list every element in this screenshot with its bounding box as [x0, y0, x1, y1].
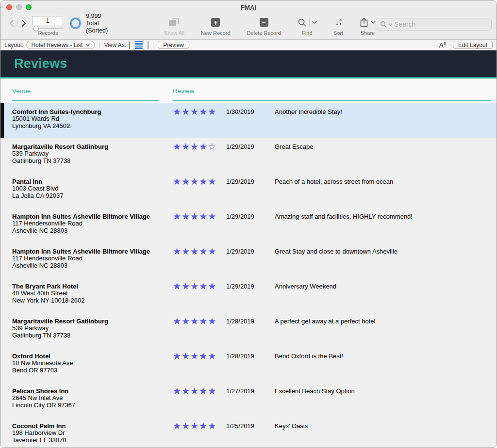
review-row[interactable]: Margaritaville Resort Gatlinburg 539 Par… [0, 138, 497, 173]
star-rating: ★★★★★ [173, 282, 226, 304]
venue-address-1: 539 Parkway [12, 325, 155, 332]
records-label: Records [9, 30, 87, 36]
review-column-header: Review [173, 79, 497, 103]
review-date: 1/29/2019 [226, 178, 275, 199]
find-button[interactable]: Find [298, 16, 317, 36]
review-row[interactable]: Pelican Shores Inn 2645 Nw Inlet Ave Lin… [0, 382, 497, 417]
minimize-button[interactable] [16, 4, 22, 10]
venue-cell: Pantai Inn 1003 Coast Blvd La Jolla CA 9… [12, 178, 173, 199]
venue-name: Hampton Inn Suites Asheville Biltmore Vi… [12, 248, 155, 255]
close-button[interactable] [6, 4, 12, 10]
venue-address-1: 10 Nw Minnesota Ave [12, 360, 155, 367]
page-title: Reviews [14, 56, 67, 71]
column-header-row: Venue Review [0, 79, 497, 103]
previous-record-button[interactable] [9, 19, 14, 27]
sort-button[interactable]: ↓ az Sort [333, 16, 343, 36]
venue-cell: Hampton Inn Suites Asheville Biltmore Vi… [12, 213, 173, 234]
show-all-label: Show All [164, 30, 184, 36]
divider [99, 42, 99, 48]
sort-az-icon: ↓ az [335, 18, 342, 27]
edit-layout-button[interactable]: Edit Layout [453, 41, 493, 49]
found-set-pie-icon[interactable] [70, 17, 81, 29]
chevron-down-icon[interactable] [371, 21, 376, 24]
search-field[interactable] [376, 18, 492, 31]
search-icon [380, 21, 387, 28]
review-title: Another Incredible Stay! [275, 108, 497, 129]
review-date: 1/27/2019 [226, 387, 275, 409]
search-input[interactable] [394, 20, 487, 28]
review-row[interactable]: Oxford Hotel 10 Nw Minnesota Ave Bend OR… [0, 347, 497, 382]
review-title: Amazing staff and facilities. HIGHLY rec… [275, 213, 497, 234]
star-rating: ★★★★★ [173, 422, 226, 444]
show-all-button[interactable]: Show All [164, 16, 184, 36]
venue-cell: Oxford Hotel 10 Nw Minnesota Ave Bend OR… [12, 352, 173, 374]
star-rating: ★★★★★ [173, 387, 226, 409]
form-view-button[interactable] [129, 42, 130, 48]
zoom-button[interactable] [26, 4, 32, 10]
star-rating: ★★★★★ [173, 177, 226, 199]
review-title: Peach of a hotel, across street from oce… [275, 178, 497, 199]
record-slider[interactable] [32, 26, 63, 31]
formatting-bar-toggle[interactable]: Aa [439, 41, 446, 49]
review-date: 1/28/2019 [226, 352, 275, 374]
chevron-down-icon[interactable] [312, 21, 317, 24]
next-record-button[interactable] [21, 19, 26, 27]
venue-address-1: 198 Harborview Dr [12, 430, 155, 437]
venue-address-1: 40 West 40th Street [12, 290, 155, 297]
list-view-button[interactable] [135, 41, 143, 49]
review-row[interactable]: Margaritaville Resort Gatlinburg 539 Par… [0, 312, 497, 347]
layout-selector[interactable]: Hotel Reviews - List [26, 41, 95, 49]
share-button[interactable]: Share [360, 16, 376, 36]
venue-address-1: 539 Parkway [12, 150, 155, 158]
record-number-input[interactable] [32, 16, 63, 25]
venue-address-1: 117 Hendersonville Road [12, 220, 155, 227]
venue-name: Pantai Inn [12, 178, 155, 185]
star-rating: ★★★★★ [173, 247, 226, 269]
new-record-button[interactable]: + New Record [201, 16, 231, 36]
record-slider-thumb[interactable] [33, 26, 39, 31]
venue-name: Coconut Palm Inn [12, 422, 155, 430]
star-rating: ★★★★★ [173, 352, 226, 374]
layout-label: Layout: [4, 42, 23, 48]
review-title: Great Escape [275, 143, 497, 164]
review-date: 1/29/2019 [226, 248, 275, 269]
review-row[interactable]: Hampton Inn Suites Asheville Biltmore Vi… [0, 242, 497, 277]
chevron-down-icon[interactable] [389, 23, 392, 26]
venue-address-2: Gatlinburg TN 37738 [12, 158, 155, 165]
review-row[interactable]: The Bryant Park Hotel 40 West 40th Stree… [0, 277, 497, 312]
venue-name: Margaritaville Resort Gatlinburg [12, 318, 155, 325]
review-row[interactable]: Comfort Inn Suites-lynchburg 15001 Wards… [0, 103, 497, 138]
delete-record-label: Delete Record [247, 30, 281, 36]
review-row[interactable]: Coconut Palm Inn 198 Harborview Dr Taver… [0, 417, 497, 448]
toolbar: 9,999 Total (Sorted) Records Show All + … [0, 14, 497, 39]
star-rating: ★★★★☆ [173, 143, 226, 164]
venue-address-2: Asheville NC 28803 [12, 262, 155, 270]
preview-button[interactable]: Preview [158, 41, 189, 49]
venue-name: The Bryant Park Hotel [12, 283, 155, 290]
review-title: Anniversary Weekend [275, 283, 497, 304]
star-rating: ★★★★★ [173, 108, 226, 129]
form-view-icon [129, 41, 130, 49]
review-title: Keys' Oasis [275, 422, 497, 444]
view-as-label: View As: [104, 42, 126, 48]
layout-bar: Layout: Hotel Reviews - List View As: Pr… [0, 39, 497, 50]
table-view-icon [148, 41, 149, 49]
layout-selector-value: Hotel Reviews - List [31, 42, 83, 48]
sort-label: Sort [333, 30, 343, 36]
review-row[interactable]: Hampton Inn Suites Asheville Biltmore Vi… [0, 208, 497, 242]
new-record-label: New Record [201, 30, 231, 36]
venue-address-2: Gatlinburg TN 37738 [12, 332, 155, 339]
venue-address-1: 15001 Wards Rd [12, 115, 155, 123]
delete-record-button[interactable]: − Delete Record [247, 16, 281, 36]
venue-address-2: Bend OR 97703 [12, 367, 155, 374]
review-row[interactable]: Pantai Inn 1003 Coast Blvd La Jolla CA 9… [0, 173, 497, 208]
venue-address-2: Lynchburg VA 24502 [12, 123, 155, 130]
venue-address-2: Tavernier FL 33070 [12, 437, 155, 444]
table-view-button[interactable] [148, 42, 149, 48]
review-date: 1/28/2019 [226, 318, 275, 339]
venue-address-1: 1003 Coast Blvd [12, 185, 155, 192]
venue-address-1: 117 Hendersonville Road [12, 255, 155, 262]
venue-cell: Hampton Inn Suites Asheville Biltmore Vi… [12, 248, 173, 269]
review-date: 1/30/2019 [226, 108, 275, 129]
venue-name: Comfort Inn Suites-lynchburg [12, 108, 155, 115]
